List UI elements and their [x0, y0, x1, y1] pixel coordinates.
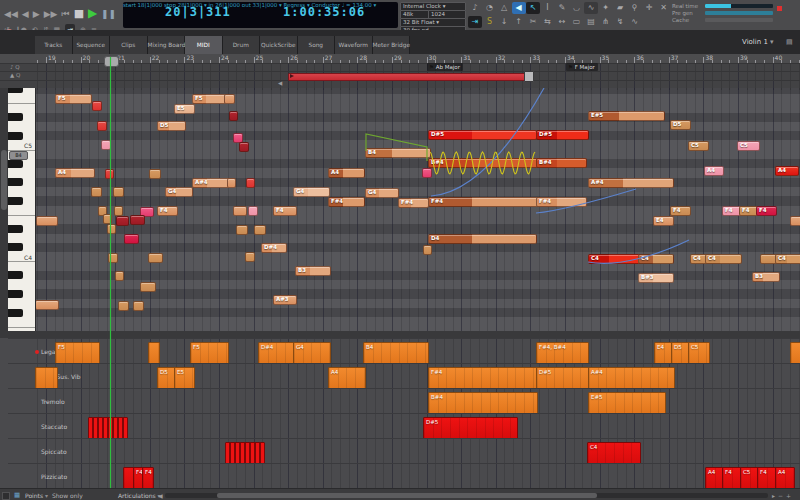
- articulation-block[interactable]: [35, 367, 58, 389]
- reshape-tool-icon[interactable]: ◡: [570, 2, 584, 14]
- tab-midi[interactable]: MIDI: [185, 36, 223, 54]
- metronome-sound-icon[interactable]: ♪: [468, 2, 482, 14]
- collapse-arrow-icon[interactable]: ◀: [158, 492, 163, 499]
- articulation-block[interactable]: F4: [757, 467, 777, 489]
- lane-tremolo[interactable]: TremoloB#4E#5: [8, 388, 800, 414]
- nudge-icon[interactable]: ↯: [613, 16, 627, 28]
- selection-row[interactable]: [0, 80, 800, 88]
- key-signature-marker[interactable]: ⚑ Ab Major: [427, 63, 463, 71]
- show-only-label[interactable]: Show only: [52, 492, 83, 499]
- articulation-block[interactable]: B#4: [428, 392, 538, 414]
- black-key[interactable]: [8, 160, 23, 168]
- tab-tracks[interactable]: Tracks: [35, 36, 73, 54]
- black-key[interactable]: [8, 271, 23, 279]
- step-record-icon[interactable]: ⇥: [468, 16, 482, 28]
- tab-waveform[interactable]: Waveform: [335, 36, 373, 54]
- tab-song[interactable]: Song: [298, 36, 336, 54]
- black-key[interactable]: [8, 132, 23, 140]
- articulation-block[interactable]: [88, 417, 128, 439]
- bars-beats-counter[interactable]: 20|3|311: [165, 5, 231, 19]
- piano-roll-grid[interactable]: [8, 84, 800, 331]
- black-key[interactable]: [8, 178, 23, 186]
- lane-legato[interactable]: LegatoF5F5D#4G4B4F#4, B#4E4D5C5: [8, 338, 800, 364]
- articulation-block[interactable]: D#5: [423, 417, 518, 439]
- stretch-icon[interactable]: ↔: [555, 16, 569, 28]
- audition-speaker-icon[interactable]: ◀: [512, 2, 526, 14]
- articulation-block[interactable]: F4: [722, 467, 742, 489]
- articulation-block[interactable]: F5: [55, 342, 100, 364]
- black-key[interactable]: [8, 243, 23, 251]
- tab-clips[interactable]: Clips: [110, 36, 148, 54]
- shift-up-icon[interactable]: ↑: [512, 16, 526, 28]
- grid-toggle-icon[interactable]: ▦: [14, 491, 20, 499]
- edit-mode-select[interactable]: Points ▾: [25, 492, 48, 499]
- key-tool-icon[interactable]: ✦: [599, 2, 613, 14]
- tab-quickscribe[interactable]: QuickScribe: [260, 36, 298, 54]
- articulation-block[interactable]: C5: [688, 342, 710, 364]
- articulation-block[interactable]: [148, 342, 160, 364]
- black-key[interactable]: [8, 309, 23, 317]
- wave-tool-icon[interactable]: ∿: [584, 2, 598, 14]
- articulation-block[interactable]: [225, 442, 265, 464]
- horizontal-scrollbar-thumb[interactable]: [217, 493, 597, 498]
- articulation-block[interactable]: E5: [174, 367, 195, 389]
- playhead-flag[interactable]: [104, 56, 119, 67]
- articulation-block[interactable]: F5: [190, 342, 229, 364]
- articulation-block[interactable]: C4: [587, 442, 641, 464]
- articulation-block[interactable]: A4: [775, 467, 795, 489]
- loop-start-handle[interactable]: [290, 74, 294, 78]
- articulation-block[interactable]: G4: [293, 342, 331, 364]
- track-selector[interactable]: Violin 1 ▾: [742, 38, 774, 46]
- lfo-icon[interactable]: ∿: [628, 16, 642, 28]
- articulation-block[interactable]: A#4: [588, 367, 675, 389]
- scissors-icon[interactable]: ✂: [526, 16, 540, 28]
- lane-staccato[interactable]: StaccatoD#5: [8, 413, 800, 439]
- selection-start-marker[interactable]: ◀: [278, 80, 282, 86]
- piano-keyboard[interactable]: C5C4B4: [8, 84, 36, 331]
- metronome-icon[interactable]: △: [497, 2, 511, 14]
- key-signature-marker[interactable]: ⚑ F Major: [566, 63, 598, 71]
- pointer-tool-icon[interactable]: ↖: [526, 2, 540, 14]
- corner-box[interactable]: [2, 492, 10, 500]
- time-ruler-band[interactable]: 1920212223242526272829303132333435363738…: [0, 53, 800, 88]
- articulation-block[interactable]: F#4, B#4: [536, 342, 589, 364]
- trim-left-icon[interactable]: ⇆: [541, 16, 555, 28]
- black-key[interactable]: [8, 197, 23, 205]
- articulation-block[interactable]: D#5: [536, 367, 589, 389]
- lane-pizzicato[interactable]: PizzicatoF4F4A4F4C5F4A4: [8, 463, 800, 489]
- black-key[interactable]: [8, 225, 23, 233]
- split-icon[interactable]: ⋔: [599, 16, 613, 28]
- black-key[interactable]: [8, 113, 23, 121]
- pencil-tool-icon[interactable]: ✎: [555, 2, 569, 14]
- countdown-clock-icon[interactable]: ◔: [483, 2, 497, 14]
- loop-region-bar[interactable]: [288, 73, 532, 81]
- articulation-block[interactable]: B4: [363, 342, 429, 364]
- loop-end-handle[interactable]: [524, 71, 534, 82]
- articulation-block[interactable]: F#4: [428, 367, 538, 389]
- zoom-tool-icon[interactable]: ⚲: [628, 2, 642, 14]
- playhead-line[interactable]: [110, 57, 111, 488]
- comp-icon[interactable]: ▤: [584, 16, 598, 28]
- articulation-block[interactable]: [790, 342, 800, 364]
- articulation-block[interactable]: F4: [142, 467, 154, 489]
- pressed-key-indicator[interactable]: B4: [9, 151, 28, 160]
- view-type-select[interactable]: Articulations ▾: [118, 492, 161, 499]
- ibeam-tool-icon[interactable]: I: [541, 2, 555, 14]
- pin-tool-icon[interactable]: ✛: [642, 2, 656, 14]
- horizontal-scrollbar[interactable]: [165, 493, 768, 498]
- black-key[interactable]: [8, 290, 23, 298]
- tab-mixing-board[interactable]: Mixing Board: [148, 36, 186, 54]
- tab-meter-bridge[interactable]: Meter Bridge: [373, 36, 411, 54]
- vertical-scrollbar-thumb[interactable]: [1, 150, 7, 210]
- track-list-icon[interactable]: ▤: [786, 38, 793, 46]
- measure-ruler[interactable]: 1920212223242526272829303132333435363738…: [0, 53, 800, 63]
- tab-drum[interactable]: Drum: [223, 36, 261, 54]
- solo-icon[interactable]: S: [483, 16, 497, 28]
- articulation-block[interactable]: D#4: [258, 342, 294, 364]
- articulation-block[interactable]: E#5: [588, 392, 666, 414]
- smpte-counter[interactable]: 1:00:35:06: [283, 5, 365, 19]
- tab-sequence[interactable]: Sequence: [73, 36, 111, 54]
- lane-spiccato[interactable]: SpiccatoC4: [8, 438, 800, 464]
- articulation-block[interactable]: A4: [328, 367, 366, 389]
- eraser-tool-icon[interactable]: ✕: [657, 2, 671, 14]
